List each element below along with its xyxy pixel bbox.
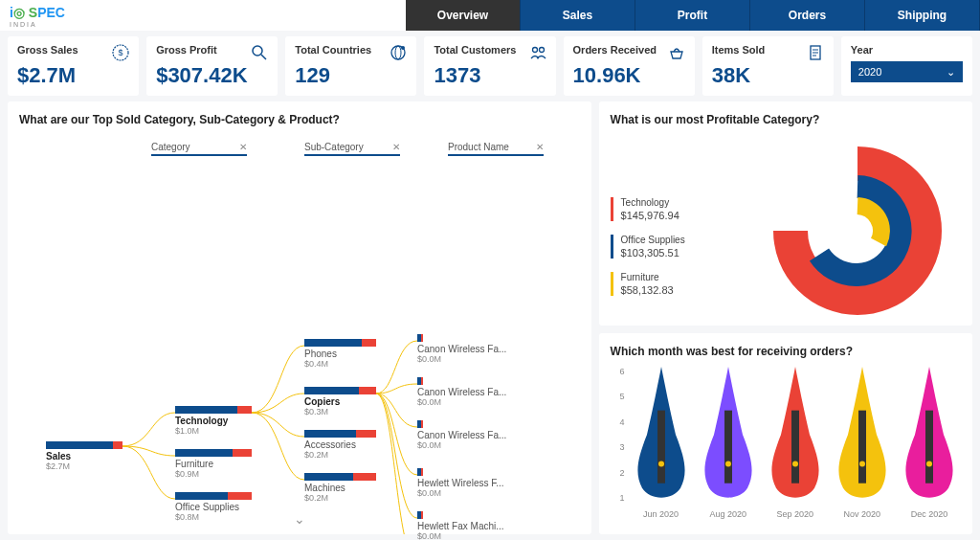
kpi-value: 38K	[712, 63, 824, 88]
tree-node-category[interactable]: Office Supplies$0.8M	[175, 492, 252, 522]
kpi-card: Total Customers 1373	[424, 36, 555, 96]
svg-point-7	[532, 48, 537, 53]
violin-plot	[767, 367, 824, 503]
y-tick: 2	[611, 468, 625, 478]
nav-tab-sales[interactable]: Sales	[521, 0, 635, 31]
svg-point-18	[792, 461, 798, 466]
svg-rect-21	[925, 411, 933, 484]
tree-node-product[interactable]: Canon Wireless Fa...$0.0M	[417, 420, 506, 450]
svg-rect-19	[858, 411, 866, 484]
nav-tab-overview[interactable]: Overview	[406, 0, 521, 31]
svg-point-2	[253, 46, 262, 56]
y-tick: 6	[611, 367, 625, 376]
panel-profitable-category: What is our most Profitable Category? Te…	[599, 101, 972, 326]
kpi-value: $307.42K	[156, 63, 268, 88]
violin-plot	[901, 367, 958, 503]
nav-tab-orders[interactable]: Orders	[750, 0, 865, 31]
y-tick: 3	[611, 442, 625, 452]
year-filter: Year 2020⌄	[841, 36, 972, 96]
svg-line-3	[261, 55, 266, 59]
magnify-icon	[251, 44, 268, 61]
people-icon	[529, 44, 546, 61]
radial-chart	[771, 145, 944, 317]
violin-plot	[834, 367, 891, 503]
nav-tab-profit[interactable]: Profit	[635, 0, 750, 31]
svg-point-6	[401, 46, 405, 50]
violin-plot	[700, 367, 757, 503]
chevron-down-icon[interactable]: ⌄	[294, 511, 305, 527]
y-tick: 1	[611, 493, 625, 503]
y-tick: 4	[611, 417, 625, 427]
kpi-row: Gross Sales $2.7M $Gross Profit $307.42K…	[0, 31, 980, 101]
nav-tab-shipping[interactable]: Shipping	[865, 0, 980, 31]
header-bar: i◎ SPEC INDIA OverviewSalesProfitOrdersS…	[0, 0, 980, 31]
violin-chart: 654321 Jun 2020Aug 2020Sep 2020Nov 2020D…	[628, 367, 963, 517]
svg-rect-15	[724, 411, 732, 484]
year-dropdown[interactable]: 2020⌄	[851, 61, 963, 82]
panel-top-sold: What are our Top Sold Category, Sub-Cate…	[8, 101, 591, 534]
svg-point-22	[926, 461, 932, 466]
panel-title: What is our most Profitable Category?	[611, 113, 961, 126]
tree-node-product[interactable]: Hewlett Wireless F...$0.0M	[417, 468, 504, 498]
kpi-value: 1373	[434, 63, 546, 88]
nav-tabs: OverviewSalesProfitOrdersShipping	[406, 0, 980, 31]
globe-icon	[390, 44, 407, 61]
year-label: Year	[851, 44, 963, 56]
y-tick: 5	[611, 392, 625, 401]
svg-rect-13	[657, 411, 665, 484]
svg-point-16	[725, 461, 731, 466]
kpi-value: 10.96K	[573, 63, 685, 88]
kpi-value: 129	[295, 63, 407, 88]
svg-text:$: $	[119, 48, 123, 57]
legend-item: Office Supplies$103,305.51	[611, 235, 685, 259]
svg-rect-17	[791, 411, 799, 484]
kpi-card: Gross Sales $2.7M $	[8, 36, 139, 96]
tree-node-root[interactable]: Sales $2.7M	[46, 441, 122, 471]
svg-point-5	[395, 46, 401, 59]
tree-node-subcategory[interactable]: Copiers$0.3M	[304, 387, 376, 416]
tree-node-subcategory[interactable]: Accessories$0.2M	[304, 430, 376, 460]
legend-item: Furniture$58,132.83	[611, 272, 685, 296]
x-label: Jun 2020	[633, 509, 690, 519]
dollar-icon: $	[112, 44, 129, 61]
tree-node-subcategory[interactable]: Machines$0.2M	[304, 473, 376, 503]
svg-point-20	[859, 461, 865, 466]
kpi-card: Gross Profit $307.42K	[146, 36, 278, 96]
svg-point-8	[539, 48, 544, 53]
tree-node-category[interactable]: Furniture$0.9M	[175, 449, 252, 479]
violin-plot	[633, 367, 690, 503]
basket-icon	[668, 44, 685, 61]
x-label: Aug 2020	[700, 509, 757, 519]
x-label: Nov 2020	[834, 509, 891, 519]
kpi-card: Orders Received 10.96K	[564, 36, 695, 96]
chevron-down-icon: ⌄	[947, 66, 955, 79]
receipt-icon	[807, 44, 824, 61]
svg-point-14	[658, 461, 664, 466]
logo: i◎ SPEC INDIA	[0, 0, 75, 31]
tree-node-product[interactable]: Canon Wireless Fa...$0.0M	[417, 377, 506, 407]
tree-node-product[interactable]: Canon Wireless Fa...$0.0M	[417, 334, 506, 364]
kpi-value: $2.7M	[17, 63, 129, 88]
kpi-card: Items Sold 38K	[702, 36, 834, 96]
x-label: Dec 2020	[901, 509, 958, 519]
tree-node-subcategory[interactable]: Phones$0.4M	[304, 339, 376, 369]
x-label: Sep 2020	[767, 509, 824, 519]
tree-node-category[interactable]: Technology$1.0M	[175, 406, 252, 436]
kpi-card: Total Countries 129	[285, 36, 416, 96]
tree-node-product[interactable]: Hewlett Fax Machi...$0.0M	[417, 511, 504, 540]
panel-title: Which month was best for receiving order…	[611, 345, 961, 358]
legend-item: Technology$145,976.94	[611, 197, 685, 221]
panel-orders-month: Which month was best for receiving order…	[599, 333, 972, 534]
